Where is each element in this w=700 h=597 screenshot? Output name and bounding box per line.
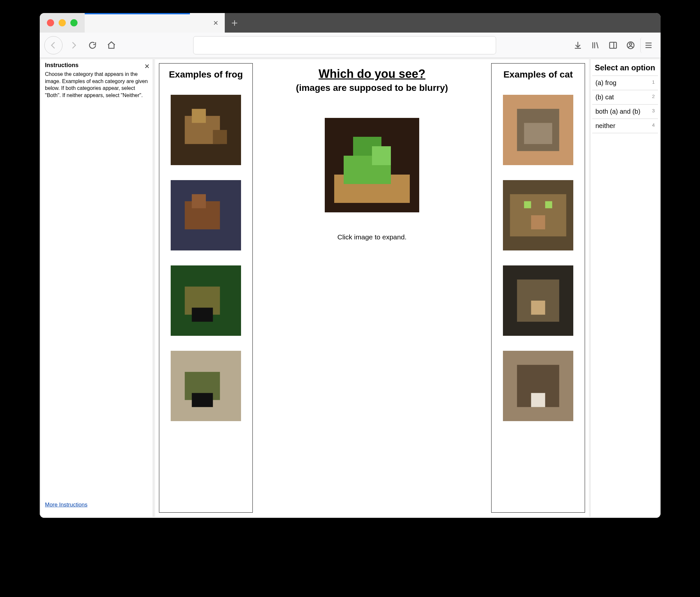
instructions-heading: Instructions [45,62,149,69]
query-column: Which do you see? (images are supposed t… [258,63,486,513]
option-hotkey: 2 [652,94,655,101]
option-a-frog[interactable]: (a) frog 1 [592,76,658,90]
cat-example-4 [503,351,573,421]
address-bar[interactable] [193,36,496,54]
toolbar-actions [570,38,656,53]
svg-rect-12 [192,308,213,322]
option-neither[interactable]: neither 4 [592,119,658,133]
back-button[interactable] [44,36,62,54]
options-panel: Select an option (a) frog 1 (b) cat 2 bo… [591,59,659,517]
account-button[interactable] [623,38,639,53]
svg-rect-28 [531,215,545,229]
cat-example-1 [503,95,573,165]
option-b-cat[interactable]: (b) cat 2 [592,90,658,104]
download-icon [573,41,582,50]
frog-example-1 [171,95,241,165]
examples-left-heading: Examples of frog [169,69,243,80]
options-heading: Select an option [592,62,658,76]
page-content: Instructions × Choose the category that … [40,58,660,518]
downloads-button[interactable] [570,38,586,53]
frog-example-2 [171,180,241,250]
frog-example-4 [171,351,241,421]
svg-rect-31 [531,301,545,315]
option-hotkey: 3 [652,108,655,115]
examples-right-heading: Examples of cat [503,69,573,80]
hamburger-icon [644,41,653,50]
frog-example-3 [171,266,241,336]
svg-rect-5 [192,109,206,123]
more-instructions-link[interactable]: More Instructions [45,502,149,508]
window-minimize-button[interactable] [59,19,66,26]
svg-rect-23 [524,123,552,144]
window-maximize-button[interactable] [70,19,77,26]
option-both[interactable]: both (a) and (b) 3 [592,104,658,119]
account-icon [626,41,635,50]
tab-close-icon[interactable]: × [214,18,218,28]
tab-bar: × ＋ [40,13,660,32]
home-button[interactable] [104,38,119,53]
svg-rect-15 [192,393,213,407]
new-tab-button[interactable]: ＋ [225,13,244,32]
svg-rect-26 [524,201,531,208]
arrow-right-icon [69,41,78,50]
menu-button[interactable] [641,38,656,53]
option-label: (b) cat [596,94,614,101]
svg-rect-6 [213,130,227,144]
query-title: Which do you see? [319,67,425,81]
tab-loading-accent [85,13,190,14]
svg-rect-27 [545,201,552,208]
query-subtitle: (images are supposed to be blurry) [296,83,448,93]
option-label: (a) frog [596,79,616,86]
home-icon [107,41,116,50]
library-icon [591,41,600,50]
cat-example-2 [503,180,573,250]
window-controls [40,13,85,32]
reload-button[interactable] [85,38,100,53]
cat-example-3 [503,266,573,336]
sidebar-button[interactable] [605,38,621,53]
option-label: neither [596,122,615,130]
expand-hint: Click image to expand. [338,233,406,241]
svg-rect-0 [610,42,617,48]
browser-tab[interactable]: × [85,13,225,32]
forward-button[interactable] [66,38,81,53]
svg-rect-34 [531,393,545,407]
instructions-body: Choose the category that appears in the … [45,71,149,99]
window-close-button[interactable] [47,19,54,26]
arrow-left-icon [49,41,58,50]
close-instructions-icon[interactable]: × [145,61,150,71]
navigation-toolbar [40,32,660,58]
reload-icon [88,41,97,50]
examples-left-column: Examples of frog [159,63,253,513]
main-task-area: Examples of frog Which do you see? (imag… [155,59,589,517]
sidebar-icon [608,41,618,50]
query-image[interactable] [325,118,419,213]
option-label: both (a) and (b) [596,108,641,115]
svg-rect-20 [372,146,391,165]
library-button[interactable] [588,38,603,53]
option-hotkey: 1 [652,79,655,86]
browser-window: × ＋ [40,13,660,518]
instructions-panel: Instructions × Choose the category that … [41,59,153,517]
examples-right-column: Examples of cat [491,63,585,513]
svg-rect-9 [192,194,206,208]
option-hotkey: 4 [652,122,655,130]
svg-point-2 [630,43,632,45]
